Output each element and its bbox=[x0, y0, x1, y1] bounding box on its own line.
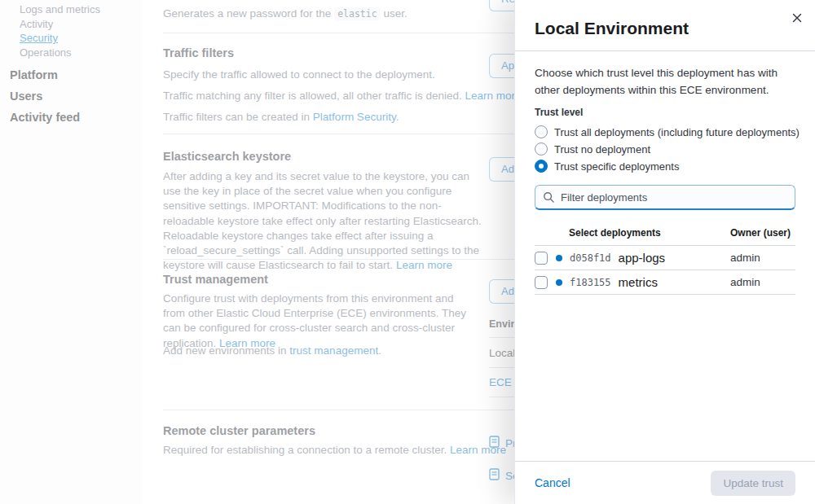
deployments-table: Select deployments Owner (user) d058f1d … bbox=[535, 227, 795, 295]
deployment-owner: admin bbox=[730, 252, 795, 264]
checkbox-app-logs[interactable] bbox=[535, 252, 548, 265]
radio-trust-specific-label: Trust specific deployments bbox=[554, 160, 679, 173]
deployment-name: metrics bbox=[619, 275, 658, 289]
deployment-row-app-logs[interactable]: d058f1d app-logs admin bbox=[535, 246, 795, 270]
trust-level-label: Trust level bbox=[535, 107, 795, 118]
cancel-button[interactable]: Cancel bbox=[535, 476, 570, 489]
radio-option-trust-none[interactable]: Trust no deployment bbox=[535, 141, 795, 157]
close-icon bbox=[792, 13, 802, 25]
radio-option-trust-all[interactable]: Trust all deployments (including future … bbox=[535, 124, 795, 140]
health-dot-icon bbox=[556, 255, 562, 261]
column-owner-user: Owner (user) bbox=[730, 227, 795, 239]
deployment-id: d058f1d bbox=[570, 252, 611, 264]
radio-trust-all[interactable] bbox=[535, 125, 548, 138]
close-flyout-button[interactable] bbox=[787, 8, 807, 28]
flyout-footer: Cancel Update trust bbox=[515, 461, 815, 504]
filter-deployments-searchbox[interactable] bbox=[535, 185, 795, 210]
search-icon bbox=[543, 191, 555, 204]
deployments-table-header: Select deployments Owner (user) bbox=[535, 227, 795, 246]
radio-trust-none-label: Trust no deployment bbox=[554, 143, 650, 156]
flyout-header: Local Environment bbox=[515, 0, 815, 51]
radio-trust-specific[interactable] bbox=[535, 160, 548, 173]
radio-option-trust-specific[interactable]: Trust specific deployments bbox=[535, 158, 795, 174]
update-trust-button[interactable]: Update trust bbox=[711, 471, 795, 496]
radio-trust-all-label: Trust all deployments (including future … bbox=[554, 126, 800, 138]
health-dot-icon bbox=[556, 279, 562, 286]
radio-trust-none[interactable] bbox=[535, 142, 548, 156]
local-environment-flyout: Local Environment Choose which trust lev… bbox=[514, 0, 815, 504]
column-select-deployments: Select deployments bbox=[569, 227, 730, 239]
deployment-owner: admin bbox=[730, 276, 795, 288]
flyout-title: Local Environment bbox=[535, 18, 795, 39]
checkbox-metrics[interactable] bbox=[535, 276, 548, 289]
deployment-row-metrics[interactable]: f183155 metrics admin bbox=[535, 270, 795, 295]
deployment-id: f183155 bbox=[570, 277, 611, 288]
flyout-description: Choose which trust level this deployment… bbox=[535, 64, 804, 99]
filter-deployments-input[interactable] bbox=[561, 191, 787, 204]
deployment-name: app-logs bbox=[619, 251, 666, 265]
flyout-body: Choose which trust level this deployment… bbox=[515, 51, 815, 461]
